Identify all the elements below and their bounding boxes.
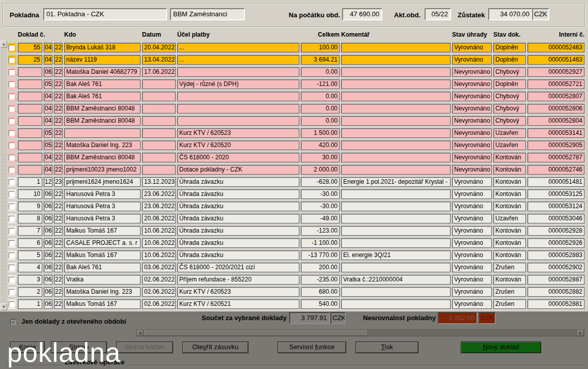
cell-interni-cislo[interactable]: 0000052883: [527, 250, 584, 260]
cell-celkem[interactable]: -30.00: [301, 189, 340, 199]
cell-stav-uhrady[interactable]: Vyrovnáno: [452, 238, 492, 248]
cell-doklad-cislo[interactable]: 7: [18, 226, 42, 236]
cell-stav-dok[interactable]: Kontován: [493, 189, 526, 199]
row-checkbox[interactable]: [9, 143, 15, 149]
cell-doklad-cislo[interactable]: [18, 153, 42, 162]
cell-rok[interactable]: 22: [54, 92, 63, 101]
cell-stav-uhrady[interactable]: Nevyrovnáno: [452, 140, 492, 150]
cell-ucel-platby[interactable]: Kurz KTV / 620520: [177, 140, 299, 150]
cell-mesic[interactable]: 05: [44, 79, 52, 89]
cell-rok[interactable]: 22: [54, 275, 63, 285]
cell-rok[interactable]: 22: [54, 202, 63, 211]
cell-stav-uhrady[interactable]: Vyrovnáno: [452, 226, 492, 236]
row-select-cell[interactable]: .: [8, 128, 16, 138]
cell-doklad-cislo[interactable]: [18, 140, 42, 150]
cell-ucel-platby[interactable]: Úhrada závazku: [177, 189, 299, 199]
cell-stav-uhrady[interactable]: Vyrovnáno: [452, 263, 492, 272]
cell-datum[interactable]: 20.04.2022: [142, 43, 176, 52]
cell-stav-uhrady[interactable]: Vyrovnáno: [452, 287, 492, 297]
cell-rok[interactable]: 22: [54, 79, 63, 89]
cell-rok[interactable]: 22: [54, 128, 63, 138]
cell-datum[interactable]: 23.06.2022: [142, 189, 176, 199]
cell-stav-uhrady[interactable]: Vyrovnáno: [452, 55, 492, 65]
cell-ucel-platby[interactable]: Příjem refundace - 855220: [177, 275, 299, 285]
cell-mesic[interactable]: 06: [44, 214, 52, 223]
button-nov-doklad[interactable]: Nový doklad: [461, 342, 541, 353]
cell-komentar[interactable]: [341, 214, 451, 223]
cell-mesic[interactable]: 05: [44, 140, 52, 150]
cell-ucel-platby[interactable]: Kurz KTV / 620523: [177, 287, 299, 297]
cell-komentar[interactable]: [341, 202, 451, 211]
cell-ucel-platby[interactable]: Úhrada závazku: [177, 202, 299, 211]
cell-komentar[interactable]: [341, 165, 451, 175]
cell-komentar[interactable]: [341, 92, 451, 101]
cell-kdo[interactable]: BBM Zaměstnanci 80048: [64, 153, 141, 162]
cell-rok[interactable]: 22: [54, 189, 63, 199]
cell-datum[interactable]: 10.06.2022: [142, 250, 176, 260]
row-select-cell[interactable]: .: [8, 67, 16, 77]
cell-interni-cislo[interactable]: 0000052804: [527, 116, 584, 126]
cell-mesic[interactable]: 04: [44, 153, 52, 162]
cell-ucel-platby[interactable]: [177, 67, 299, 77]
cell-komentar[interactable]: Energie 1.pol.2021- depozitář Krystal -: [341, 177, 451, 187]
cell-stav-dok[interactable]: Kontován: [493, 238, 526, 248]
cell-komentar[interactable]: El. energie 3Q/21: [341, 250, 451, 260]
cell-stav-dok[interactable]: Doplněn: [493, 55, 526, 65]
cell-stav-uhrady[interactable]: Vyrovnáno: [452, 177, 492, 187]
cell-datum[interactable]: 10.06.2022: [142, 226, 176, 236]
cell-interni-cislo[interactable]: 0000052902: [527, 263, 584, 272]
current-period-value[interactable]: 05/22: [425, 8, 451, 20]
cell-komentar[interactable]: [341, 153, 451, 162]
cell-mesic[interactable]: 04: [44, 116, 52, 126]
cell-komentar[interactable]: [341, 128, 451, 138]
cell-stav-dok[interactable]: Kontován: [493, 226, 526, 236]
cell-celkem[interactable]: 200.00: [301, 263, 340, 272]
row-checkbox[interactable]: [9, 191, 15, 197]
cell-datum[interactable]: [142, 116, 176, 126]
cell-celkem[interactable]: -121.00: [301, 79, 340, 89]
scroll-down-icon[interactable]: ▼: [1, 303, 7, 310]
cell-kdo[interactable]: Matoška Daniel Ing. 223: [64, 140, 141, 150]
cell-ucel-platby[interactable]: Úhrada závazku: [177, 250, 299, 260]
cell-datum[interactable]: 13.04.2022: [142, 55, 176, 65]
cell-stav-uhrady[interactable]: Nevyrovnáno: [452, 104, 492, 113]
cell-doklad-cislo[interactable]: 4: [18, 263, 42, 272]
cell-interni-cislo[interactable]: 0000053046: [527, 214, 584, 223]
cell-doklad-cislo[interactable]: [18, 67, 42, 77]
cell-kdo[interactable]: název 1119: [64, 55, 141, 65]
cell-stav-uhrady[interactable]: Vyrovnáno: [452, 299, 492, 309]
cell-celkem[interactable]: 30.00: [301, 153, 340, 162]
cell-interni-cislo[interactable]: 0000051463: [527, 55, 584, 65]
cell-doklad-cislo[interactable]: 55: [18, 43, 42, 52]
row-select-cell[interactable]: .: [8, 153, 16, 162]
cell-ucel-platby[interactable]: Dotace pokladny - CZK: [177, 165, 299, 175]
cell-datum[interactable]: 02.06.2022: [142, 299, 176, 309]
cell-celkem[interactable]: -13 770.00: [301, 250, 340, 260]
cell-mesic[interactable]: 06: [44, 263, 52, 272]
row-checkbox[interactable]: [9, 81, 15, 88]
row-select-cell[interactable]: .: [8, 226, 16, 236]
cell-doklad-cislo[interactable]: 5: [18, 250, 42, 260]
cell-kdo[interactable]: [64, 128, 141, 138]
cell-stav-uhrady[interactable]: Vyrovnáno: [452, 214, 492, 223]
cell-rok[interactable]: 22: [54, 238, 63, 248]
cell-interni-cislo[interactable]: 0000052882: [527, 287, 584, 297]
row-checkbox[interactable]: [9, 265, 15, 271]
cell-stav-dok[interactable]: Zrušen: [493, 287, 526, 297]
open-period-checkbox[interactable]: ✓: [10, 319, 16, 325]
cell-celkem[interactable]: 680.00: [301, 287, 340, 297]
cell-stav-dok[interactable]: Doplněn: [493, 43, 526, 52]
cell-stav-uhrady[interactable]: Nevyrovnáno: [452, 116, 492, 126]
row-select-cell[interactable]: .: [8, 43, 16, 52]
cell-ucel-platby[interactable]: Kurz KTV / 620521: [177, 299, 299, 309]
cell-kdo[interactable]: BBM Zaměstnanci 80048: [64, 116, 141, 126]
cell-stav-dok[interactable]: Kontován: [493, 275, 526, 285]
cell-datum[interactable]: [142, 165, 176, 175]
cell-doklad-cislo[interactable]: 3: [18, 275, 42, 285]
cell-interni-cislo[interactable]: 0000052807: [527, 92, 584, 101]
cell-stav-uhrady[interactable]: Nevyrovnáno: [452, 128, 492, 138]
cell-stav-uhrady[interactable]: Vyrovnáno: [452, 43, 492, 52]
row-checkbox[interactable]: [9, 167, 15, 173]
cell-kdo[interactable]: prijmeni10023 jmeno1002: [64, 165, 141, 175]
cell-stav-uhrady[interactable]: Nevyrovnáno: [452, 165, 492, 175]
